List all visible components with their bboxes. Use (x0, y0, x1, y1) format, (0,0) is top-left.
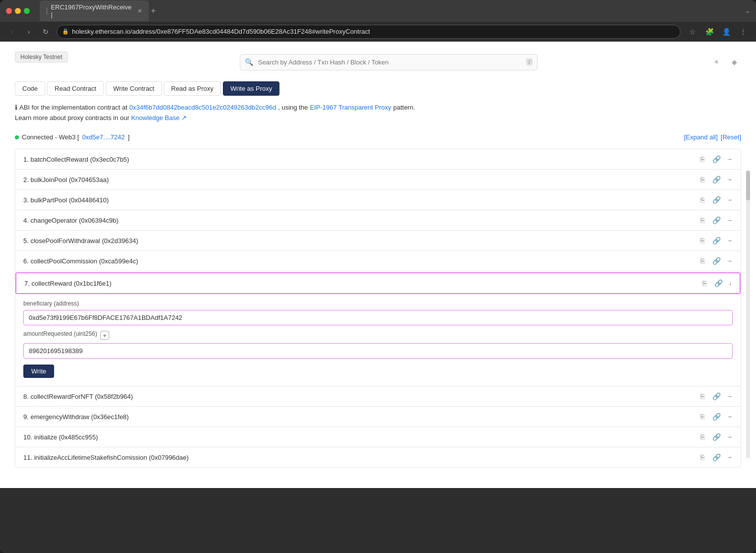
link-btn-2[interactable]: 🔗 (710, 175, 723, 184)
link-btn-6[interactable]: 🔗 (710, 256, 723, 266)
extensions-button[interactable]: 🧩 (702, 25, 716, 39)
maximize-button[interactable] (24, 8, 30, 14)
contract-item-header-5[interactable]: 5. closePoolForWithdrawal (0x2d39634) ⎘ … (15, 231, 741, 250)
bookmark-button[interactable]: ☆ (686, 25, 699, 39)
active-tab[interactable]: ERC1967ProxyWithReceive | ✕ (40, 0, 149, 21)
copy-btn-10[interactable]: ⎘ (698, 432, 706, 442)
beneficiary-input[interactable] (23, 310, 733, 325)
profile-button[interactable]: 👤 (719, 25, 733, 39)
contract-item-header-8[interactable]: 8. collectRewardForNFT (0x58f2b964) ⎘ 🔗 … (15, 386, 741, 406)
abi-suffix: pattern. (393, 104, 415, 111)
item-6-actions: ⎘ 🔗 → (698, 256, 733, 266)
copy-btn-5[interactable]: ⎘ (698, 236, 706, 246)
item-1-actions: ⎘ 🔗 → (698, 154, 733, 164)
tab-read-as-proxy[interactable]: Read as Proxy (164, 81, 221, 96)
contract-item-title-5: 5. closePoolForWithdrawal (0x2d39634) (23, 237, 138, 245)
search-container: 🔍 / (240, 54, 538, 70)
copy-btn-7[interactable]: ⎘ (700, 278, 708, 288)
abi-address-link[interactable]: 0x34f6b7dd0842beacd8c501e2c0249263db2cc9… (130, 104, 276, 111)
link-btn-5[interactable]: 🔗 (710, 236, 723, 246)
link-btn-7[interactable]: 🔗 (712, 278, 725, 288)
knowledge-base-link[interactable]: Knowledge Base ↗ (131, 114, 187, 122)
tab-write-contract[interactable]: Write Contract (106, 81, 162, 96)
contract-item-8: 8. collectRewardForNFT (0x58f2b964) ⎘ 🔗 … (15, 386, 741, 407)
contract-item-header-4[interactable]: 4. changeOperator (0x06394c9b) ⎘ 🔗 → (15, 210, 741, 230)
address-bar[interactable]: 🔒 holesky.etherscan.io/address/0xe876FF5… (57, 25, 681, 39)
item-10-actions: ⎘ 🔗 → (698, 432, 733, 442)
contract-item-header-2[interactable]: 2. bulkJoinPool (0x704653aa) ⎘ 🔗 → (15, 170, 741, 189)
expand-arrow-2: → (727, 176, 733, 183)
copy-btn-1[interactable]: ⎘ (698, 154, 706, 164)
link-btn-3[interactable]: 🔗 (710, 195, 723, 205)
tab-write-as-proxy[interactable]: Write as Proxy (223, 81, 279, 96)
contract-item-header-3[interactable]: 3. bulkPartPool (0x04486410) ⎘ 🔗 → (15, 190, 741, 210)
copy-btn-4[interactable]: ⎘ (698, 215, 706, 225)
contract-item-header-7[interactable]: 7. collectReward (0x1bc1f6e1) ⎘ 🔗 ↓ (16, 273, 740, 293)
close-button[interactable] (6, 8, 12, 14)
plus-button[interactable]: + (100, 331, 109, 340)
expand-all-link[interactable]: [Expand all] (684, 133, 718, 141)
contract-item-header-11[interactable]: 11. initializeAccLifetimeStakefishComiss… (15, 447, 741, 467)
search-icon: 🔍 (245, 58, 253, 66)
expand-arrow-1: → (727, 156, 733, 163)
copy-btn-11[interactable]: ⎘ (698, 452, 706, 462)
info-icon: ℹ (15, 104, 17, 111)
item-2-actions: ⎘ 🔗 → (698, 175, 733, 184)
contract-item-title-10: 10. initialize (0x485cc955) (23, 433, 98, 441)
link-btn-10[interactable]: 🔗 (710, 432, 723, 442)
tab-read-contract[interactable]: Read Contract (47, 81, 104, 96)
link-btn-9[interactable]: 🔗 (710, 412, 723, 422)
write-button[interactable]: Write (23, 365, 54, 378)
nav-bar: ‹ › ↻ 🔒 holesky.etherscan.io/address/0xe… (0, 22, 756, 42)
amount-label: amountRequested (uint256) (23, 330, 97, 337)
contract-item-header-9[interactable]: 9. emergencyWithdraw (0x36ec1fe8) ⎘ 🔗 → (15, 407, 741, 427)
expand-arrow-5: → (727, 237, 733, 244)
contract-item-11: 11. initializeAccLifetimeStakefishComiss… (15, 447, 741, 467)
copy-btn-3[interactable]: ⎘ (698, 195, 706, 205)
url-text: holesky.etherscan.io/address/0xe876FF5DA… (72, 28, 675, 35)
beneficiary-label: beneficiary (address) (23, 300, 733, 307)
new-tab-button[interactable]: + (151, 6, 155, 15)
forward-button[interactable]: › (23, 26, 35, 38)
amount-field-row: 3 amountRequested (uint256) + (23, 330, 733, 359)
theme-toggle[interactable]: ☀ (709, 55, 723, 69)
tab-dropdown-button[interactable]: ⌄ (745, 7, 750, 14)
link-btn-4[interactable]: 🔗 (710, 215, 723, 225)
contract-item-header-6[interactable]: 6. collectPoolCommission (0xca599e4c) ⎘ … (15, 251, 741, 271)
refresh-button[interactable]: ↻ (40, 26, 52, 38)
scrollbar-track[interactable] (746, 171, 750, 458)
contract-item-9: 9. emergencyWithdraw (0x36ec1fe8) ⎘ 🔗 → (15, 407, 741, 427)
copy-btn-8[interactable]: ⎘ (698, 391, 706, 401)
reset-link[interactable]: [Reset] (721, 133, 741, 141)
write-btn-row: 4 Write (23, 365, 733, 378)
tab-code[interactable]: Code (15, 81, 45, 96)
nav-actions: ☆ 🧩 👤 ⋮ (686, 25, 750, 39)
wallet-address-link[interactable]: 0xd5e7....7242 (82, 133, 125, 141)
copy-btn-9[interactable]: ⎘ (698, 412, 706, 422)
expand-arrow-11: → (727, 454, 733, 461)
link-btn-8[interactable]: 🔗 (710, 391, 723, 401)
scrollbar-thumb[interactable] (746, 171, 750, 200)
back-button[interactable]: ‹ (6, 26, 18, 38)
item-5-actions: ⎘ 🔗 → (698, 236, 733, 246)
amount-input[interactable] (23, 343, 733, 359)
eth-icon[interactable]: ◆ (727, 55, 741, 69)
search-input[interactable] (240, 54, 538, 70)
contract-item-title-3: 3. bulkPartPool (0x04486410) (23, 196, 109, 204)
menu-button[interactable]: ⋮ (736, 25, 750, 39)
contract-item-title-2: 2. bulkJoinPool (0x704653aa) (23, 176, 109, 184)
contract-item-header-10[interactable]: 10. initialize (0x485cc955) ⎘ 🔗 → (15, 427, 741, 447)
copy-btn-6[interactable]: ⎘ (698, 256, 706, 266)
expand-arrow-6: → (727, 257, 733, 264)
contract-item-header-1[interactable]: 1. batchCollectReward (0x3ec0c7b5) ⎘ 🔗 → (15, 149, 741, 169)
link-btn-1[interactable]: 🔗 (710, 154, 723, 164)
minimize-button[interactable] (15, 8, 21, 14)
eip-link[interactable]: EIP-1967 Transparent Proxy (310, 104, 391, 111)
link-btn-11[interactable]: 🔗 (710, 452, 723, 462)
expand-arrow-8: → (727, 393, 733, 400)
search-slash-icon: / (526, 59, 533, 65)
copy-btn-2[interactable]: ⎘ (698, 175, 706, 184)
connected-dot (15, 135, 19, 139)
abi-mid: , using the (278, 104, 308, 111)
tab-close-button[interactable]: ✕ (137, 8, 142, 14)
